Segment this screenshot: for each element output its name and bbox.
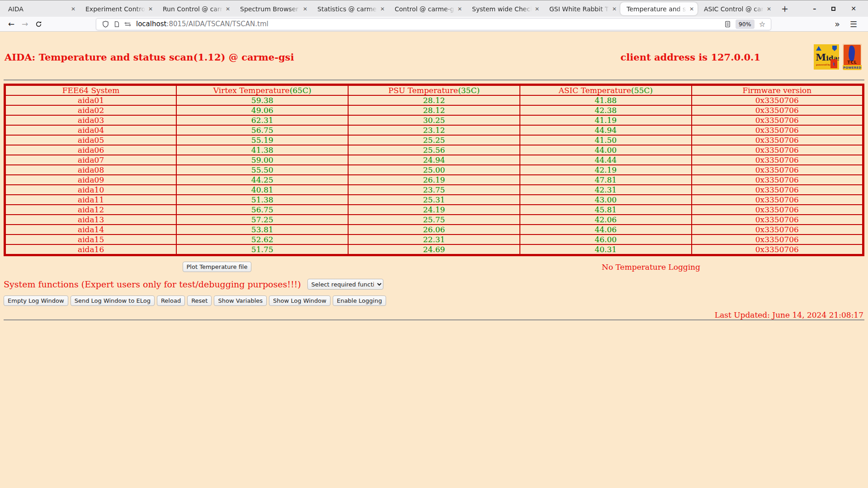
tab-close-icon[interactable]: ✕ bbox=[148, 6, 153, 12]
table-row: aida1256.7524.1945.810x3350706 bbox=[5, 205, 863, 215]
send-log-window-to-elog-button[interactable]: Send Log Window to ELog bbox=[71, 296, 155, 306]
cell-asic: 41.50 bbox=[520, 135, 692, 145]
forward-icon[interactable]: → bbox=[18, 18, 32, 30]
tab-title: Experiment Control @ bbox=[85, 5, 146, 13]
cell-firmware: 0x3350706 bbox=[692, 135, 863, 145]
cell-system: aida16 bbox=[5, 244, 177, 255]
port-connection-icon[interactable] bbox=[124, 21, 131, 27]
cell-system: aida02 bbox=[5, 105, 177, 115]
cell-virtex: 59.38 bbox=[176, 95, 348, 105]
window-controls: – ✕ bbox=[813, 5, 866, 12]
cell-virtex: 57.25 bbox=[176, 215, 348, 225]
table-row: aida0362.3130.2541.190x3350706 bbox=[5, 115, 863, 125]
back-icon[interactable]: ← bbox=[5, 18, 18, 30]
tab-5[interactable]: Statistics @ carme-g✕ bbox=[311, 2, 388, 15]
cell-firmware: 0x3350706 bbox=[692, 155, 863, 165]
table-row: aida0456.7523.1244.940x3350706 bbox=[5, 125, 863, 135]
url-path: :8015/AIDA/TSCAN/TSCAN.tml bbox=[166, 20, 268, 28]
reader-view-icon[interactable] bbox=[725, 21, 731, 28]
tab-title: GSI White Rabbit Tim bbox=[549, 5, 610, 13]
tab-7[interactable]: System wide Checks (✕ bbox=[466, 2, 543, 15]
cell-firmware: 0x3350706 bbox=[692, 215, 863, 225]
tab-strip: AIDA✕Experiment Control @✕Run Control @ … bbox=[2, 2, 775, 15]
tab-close-icon[interactable]: ✕ bbox=[767, 6, 771, 12]
tab-title: Statistics @ carme-g bbox=[317, 5, 378, 13]
zoom-level-button[interactable]: 90% bbox=[736, 19, 755, 29]
tab-1[interactable]: AIDA✕ bbox=[2, 2, 79, 15]
table-actions-row: Plot Temperature file No Temperature Log… bbox=[0, 262, 868, 272]
cell-psu: 23.75 bbox=[348, 185, 520, 195]
action-buttons-row: Empty Log WindowSend Log Window to ELogR… bbox=[4, 296, 868, 306]
cell-virtex: 56.75 bbox=[176, 205, 348, 215]
tab-close-icon[interactable]: ✕ bbox=[380, 6, 385, 12]
tab-9-active[interactable]: Temperature and stat✕ bbox=[620, 2, 698, 15]
table-row: aida0944.2526.1947.810x3350706 bbox=[5, 175, 863, 185]
tab-close-icon[interactable]: ✕ bbox=[689, 6, 694, 12]
reload-icon[interactable] bbox=[32, 18, 45, 30]
table-row: aida1453.8126.0644.060x3350706 bbox=[5, 225, 863, 235]
column-header: Virtex Temperature(65C) bbox=[176, 85, 348, 96]
tab-close-icon[interactable]: ✕ bbox=[303, 6, 307, 12]
table-row: aida0555.1925.2541.500x3350706 bbox=[5, 135, 863, 145]
last-updated-text: Last Updated: June 14, 2024 21:08:17 bbox=[0, 310, 863, 319]
plot-temperature-file-button[interactable]: Plot Temperature file bbox=[183, 262, 252, 272]
column-header: ASIC Temperature(55C) bbox=[520, 85, 692, 96]
enable-logging-button[interactable]: Enable Logging bbox=[333, 296, 386, 306]
cell-psu: 24.69 bbox=[348, 244, 520, 255]
tab-close-icon[interactable]: ✕ bbox=[226, 6, 230, 12]
cell-psu: 24.19 bbox=[348, 205, 520, 215]
tab-title: AIDA bbox=[8, 5, 69, 13]
tab-title: Run Control @ carme bbox=[163, 5, 224, 13]
tab-close-icon[interactable]: ✕ bbox=[458, 6, 462, 12]
tab-8[interactable]: GSI White Rabbit Tim✕ bbox=[543, 2, 620, 15]
show-variables-button[interactable]: Show Variables bbox=[214, 296, 267, 306]
new-tab-button[interactable]: + bbox=[778, 2, 792, 15]
tab-close-icon[interactable]: ✕ bbox=[535, 6, 539, 12]
cell-asic: 45.81 bbox=[520, 205, 692, 215]
table-header-row: FEE64 SystemVirtex Temperature(65C)PSU T… bbox=[5, 85, 863, 96]
cell-asic: 47.81 bbox=[520, 175, 692, 185]
cell-psu: 28.12 bbox=[348, 105, 520, 115]
minimize-button-icon[interactable]: – bbox=[813, 5, 816, 12]
reset-button[interactable]: Reset bbox=[187, 296, 212, 306]
cell-firmware: 0x3350706 bbox=[692, 205, 863, 215]
url-bar[interactable]: localhost:8015/AIDA/TSCAN/TSCAN.tml 90% … bbox=[96, 18, 771, 30]
show-log-window-button[interactable]: Show Log Window bbox=[269, 296, 330, 306]
column-header: FEE64 System bbox=[5, 85, 177, 96]
cell-asic: 42.31 bbox=[520, 185, 692, 195]
shield-icon[interactable] bbox=[102, 21, 109, 28]
cell-system: aida07 bbox=[5, 155, 177, 165]
bookmark-star-icon[interactable]: ☆ bbox=[759, 20, 765, 28]
empty-log-window-button[interactable]: Empty Log Window bbox=[4, 296, 68, 306]
column-header: Firmware version bbox=[692, 85, 863, 96]
overflow-chevron-icon[interactable]: » bbox=[835, 19, 840, 29]
tab-6[interactable]: Control @ carme-gsi✕ bbox=[388, 2, 466, 15]
tab-2[interactable]: Experiment Control @✕ bbox=[79, 2, 156, 15]
cell-psu: 24.94 bbox=[348, 155, 520, 165]
page-info-icon[interactable] bbox=[113, 21, 120, 28]
close-window-icon[interactable]: ✕ bbox=[851, 5, 856, 12]
system-function-select[interactable]: Select required function bbox=[307, 279, 383, 290]
tcl-powered-band: POWERED bbox=[843, 65, 862, 70]
maximize-button-icon[interactable] bbox=[831, 5, 835, 12]
cell-virtex: 55.50 bbox=[176, 165, 348, 175]
cell-asic: 44.94 bbox=[520, 125, 692, 135]
reload-button[interactable]: Reload bbox=[157, 296, 185, 306]
cell-virtex: 44.25 bbox=[176, 175, 348, 185]
tab-close-icon[interactable]: ✕ bbox=[71, 6, 75, 12]
tab-close-icon[interactable]: ✕ bbox=[612, 6, 617, 12]
table-row: aida0759.0024.9444.440x3350706 bbox=[5, 155, 863, 165]
url-text[interactable]: localhost:8015/AIDA/TSCAN/TSCAN.tml bbox=[136, 20, 722, 28]
cell-psu: 25.56 bbox=[348, 145, 520, 155]
url-host: localhost bbox=[136, 20, 166, 28]
cell-firmware: 0x3350706 bbox=[692, 105, 863, 115]
cell-virtex: 59.00 bbox=[176, 155, 348, 165]
tab-4[interactable]: Spectrum Browser @✕ bbox=[234, 2, 311, 15]
tab-3[interactable]: Run Control @ carme✕ bbox=[156, 2, 234, 15]
table-row: aida0641.3825.5644.000x3350706 bbox=[5, 145, 863, 155]
cell-firmware: 0x3350706 bbox=[692, 225, 863, 235]
hamburger-menu-icon[interactable]: ☰ bbox=[850, 19, 857, 29]
cell-system: aida01 bbox=[5, 95, 177, 105]
cell-psu: 25.25 bbox=[348, 135, 520, 145]
tab-10[interactable]: ASIC Control @ carm✕ bbox=[698, 2, 775, 15]
